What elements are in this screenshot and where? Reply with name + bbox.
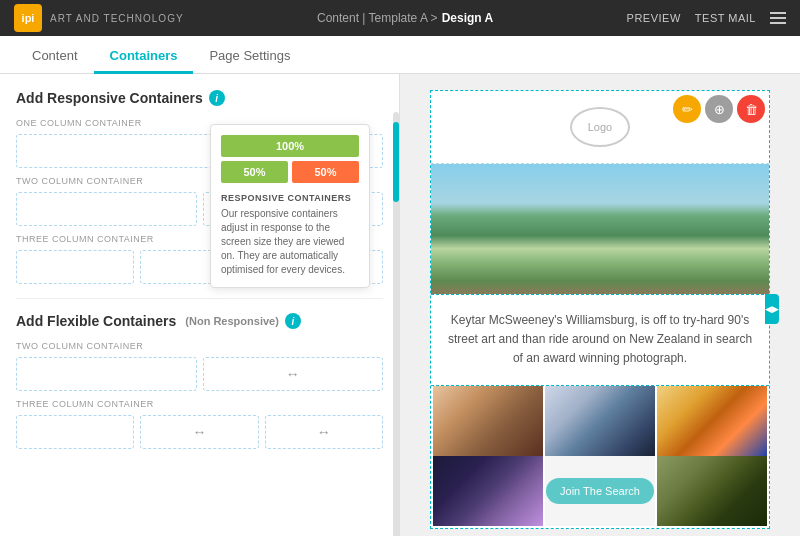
three-column-flex-label: THREE COLUMN CONTAINER — [16, 399, 383, 409]
join-search-button[interactable]: Join The Search — [546, 478, 654, 504]
flex-center-arrows: ↔ — [192, 424, 206, 440]
responsive-section-title: Add Responsive Containers i — [16, 90, 383, 106]
photo-6 — [657, 456, 767, 526]
photo-2 — [545, 386, 655, 456]
resp-bar-100: 100% — [221, 135, 359, 157]
breadcrumb-active: Design A — [442, 11, 494, 25]
email-body-text: Keytar McSweeney's Williamsburg, is off … — [447, 311, 753, 369]
section-divider — [16, 298, 383, 299]
nav-right: PREVIEW TEST MAIL — [627, 12, 786, 24]
email-logo: Logo — [570, 107, 630, 147]
left-panel: 100% 50% 50% RESPONSIVE CONTAINERS Our r… — [0, 74, 400, 536]
top-nav: ipi ART AND TECHNOLOGY Content | Templat… — [0, 0, 800, 36]
side-arrows-icon: ◀▶ — [765, 304, 779, 314]
flex-three-col-1[interactable] — [16, 415, 134, 449]
photo-1 — [433, 386, 543, 456]
preview-button[interactable]: PREVIEW — [627, 12, 681, 24]
breadcrumb-text: Content | Template A > — [317, 11, 438, 25]
flex-two-col-left[interactable] — [16, 357, 197, 391]
edit-pencil-button[interactable]: ✏ — [673, 95, 701, 123]
scrollbar[interactable] — [393, 112, 399, 536]
flex-arrows-icon: ↔ — [286, 366, 300, 382]
tab-containers[interactable]: Containers — [94, 40, 194, 74]
main-layout: 100% 50% 50% RESPONSIVE CONTAINERS Our r… — [0, 74, 800, 536]
tab-bar: Content Containers Page Settings — [0, 36, 800, 74]
edit-trash-button[interactable]: 🗑 — [737, 95, 765, 123]
resp-desc-text: Our responsive containers adjust in resp… — [221, 207, 359, 277]
photo-5-cta: Join The Search — [545, 456, 655, 526]
tab-page-settings[interactable]: Page Settings — [193, 40, 306, 74]
flexible-info-icon[interactable]: i — [285, 313, 301, 329]
flex-three-col-2[interactable]: ↔ — [140, 415, 258, 449]
flex-three-col-3[interactable]: ↔ — [265, 415, 383, 449]
non-responsive-label: (Non Responsive) — [182, 315, 279, 327]
responsive-tooltip: 100% 50% 50% RESPONSIVE CONTAINERS Our r… — [210, 124, 370, 288]
flex-right-arrows: ↔ — [317, 424, 331, 440]
app-logo: ipi — [14, 4, 42, 32]
resp-desc-title: RESPONSIVE CONTAINERS — [221, 193, 359, 203]
two-column-flex-label: TWO COLUMN CONTAINER — [16, 341, 383, 351]
flex-two-col-right[interactable]: ↔ — [203, 357, 384, 391]
email-hero-image — [431, 164, 769, 294]
breadcrumb: Content | Template A > Design A — [317, 11, 493, 25]
three-col-1[interactable] — [16, 250, 134, 284]
responsive-info-icon[interactable]: i — [209, 90, 225, 106]
email-preview: ✏ ⊕ 🗑 Logo Keytar McSweeney's Williamsbu… — [430, 90, 770, 529]
edit-copy-button[interactable]: ⊕ — [705, 95, 733, 123]
photo-4 — [433, 456, 543, 526]
resp-bar-right: 50% — [292, 161, 359, 183]
two-col-left[interactable] — [16, 192, 197, 226]
photo-3 — [657, 386, 767, 456]
email-photos-top-grid — [431, 385, 769, 456]
tab-content[interactable]: Content — [16, 40, 94, 74]
resp-bar-left: 50% — [221, 161, 288, 183]
scroll-thumb — [393, 122, 399, 202]
email-text-section: Keytar McSweeney's Williamsburg, is off … — [431, 294, 769, 385]
test-mail-button[interactable]: TEST MAIL — [695, 12, 756, 24]
nav-left: ipi ART AND TECHNOLOGY — [14, 4, 184, 32]
resp-bars-50: 50% 50% — [221, 161, 359, 183]
flex-two-column-row: ↔ — [16, 357, 383, 391]
side-resize-handle[interactable]: ◀▶ — [765, 294, 779, 324]
flex-three-column-row: ↔ ↔ — [16, 415, 383, 449]
brand-name: ART AND TECHNOLOGY — [50, 13, 184, 24]
email-photos-bottom-grid: Join The Search — [431, 456, 769, 528]
flexible-section-title: Add Flexible Containers (Non Responsive)… — [16, 313, 383, 329]
boardwalk-illustration — [431, 164, 769, 294]
right-panel: ✏ ⊕ 🗑 Logo Keytar McSweeney's Williamsbu… — [400, 74, 800, 536]
edit-toolbar: ✏ ⊕ 🗑 — [673, 95, 765, 123]
hamburger-menu[interactable] — [770, 12, 786, 24]
